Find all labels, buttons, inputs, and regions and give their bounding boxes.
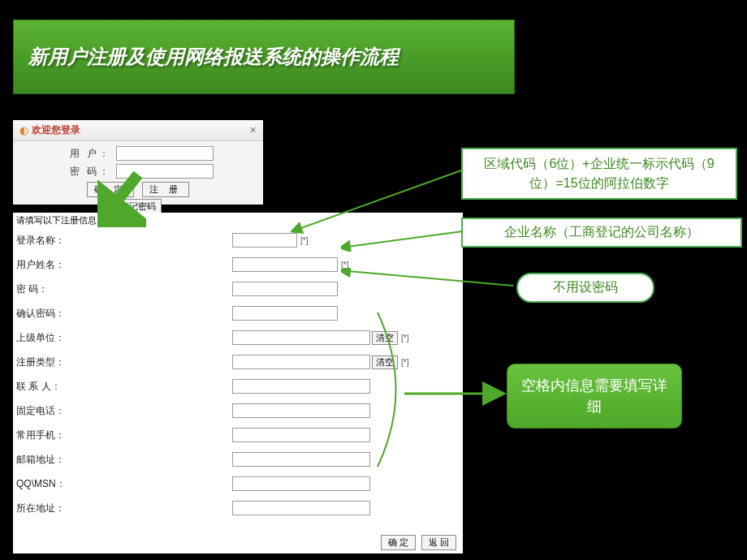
label-phone: 固定电话： [16,404,70,418]
reg-row-qq: QQ\MSN： [13,472,463,496]
arrow-callout3 [341,268,520,292]
label-mobile: 常用手机： [16,429,70,442]
input-qq[interactable] [232,476,370,491]
login-user-label: 用 户： [63,147,111,161]
title-banner: 新用户注册及使用网络报送系统的操作流程 [13,19,515,94]
reg-back-button[interactable]: 返 回 [421,535,456,550]
svg-line-1 [106,174,138,215]
input-confirm-password[interactable] [232,306,338,321]
callout-company-name: 企业名称（工商登记的公司名称） [461,218,742,248]
reg-row-address: 所在地址： [13,496,463,520]
arrow-login-to-form [97,170,146,227]
label-email: 邮箱地址： [16,453,70,467]
label-login-name: 登录名称： [16,234,70,248]
callout-no-password: 不用设密码 [516,273,654,303]
reg-footer: 确 定 返 回 [378,535,456,550]
callout-region-code: 区域代码（6位）+企业统一标示代码（9位）=15位的阿拉伯数字 [461,148,737,200]
login-header: ◐ 欢迎您登录 ✕ [13,120,263,141]
input-superior[interactable] [232,330,370,345]
login-user-input[interactable] [116,146,214,161]
label-qq: QQ\MSN： [16,477,70,491]
label-superior: 上级单位： [16,331,70,345]
input-login-name[interactable] [232,233,297,248]
label-confirm-password: 确认密码： [16,307,70,321]
input-email[interactable] [232,452,370,467]
close-icon[interactable]: ✕ [249,125,257,136]
label-address: 所在地址： [16,502,70,515]
input-reg-type[interactable] [232,355,370,369]
input-contact[interactable] [232,379,370,394]
arrow-callout4-connector [374,308,520,471]
label-password: 密 码： [16,282,70,296]
callout-fill-detail: 空格内信息需要填写详细 [507,364,682,429]
input-address[interactable] [232,501,370,515]
reg-confirm-button[interactable]: 确 定 [381,535,416,550]
label-reg-type: 注册类型： [16,355,70,369]
arrow-callout1 [291,162,469,235]
required-marker: [*] [300,236,308,245]
login-logo-icon: ◐ [19,124,28,136]
input-password[interactable] [232,282,338,296]
label-user-name: 用户姓名： [16,258,70,272]
input-mobile[interactable] [232,428,370,442]
svg-line-7 [348,271,513,286]
svg-line-5 [348,231,463,247]
input-user-name[interactable] [232,257,338,272]
login-register-button[interactable]: 注 册 [142,182,189,197]
page-title: 新用户注册及使用网络报送系统的操作流程 [28,44,399,70]
svg-line-3 [299,170,461,229]
login-user-row: 用 户： [19,146,257,161]
login-header-text: 欢迎您登录 [32,123,80,137]
arrow-callout2 [341,227,471,252]
input-phone[interactable] [232,403,370,418]
label-contact: 联 系 人： [16,380,70,394]
